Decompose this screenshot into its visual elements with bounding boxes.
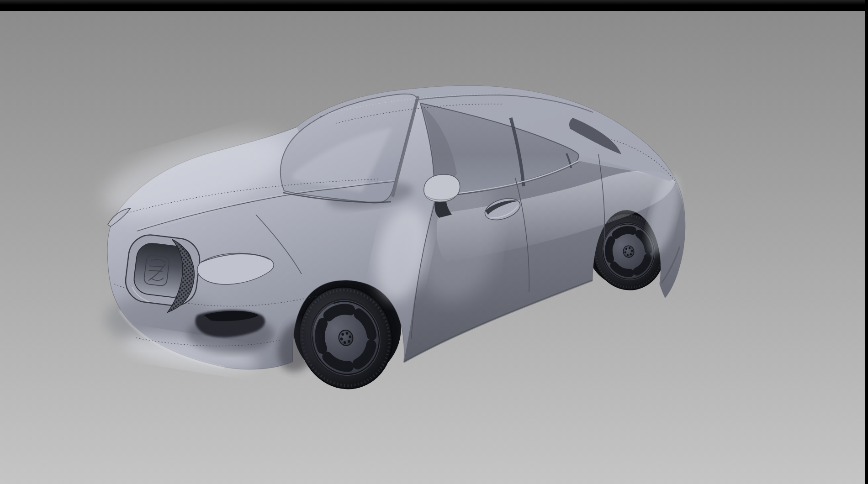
right-bar	[865, 0, 868, 484]
render-viewport	[0, 0, 868, 484]
top-bar	[0, 0, 868, 11]
cad-render	[0, 0, 868, 484]
